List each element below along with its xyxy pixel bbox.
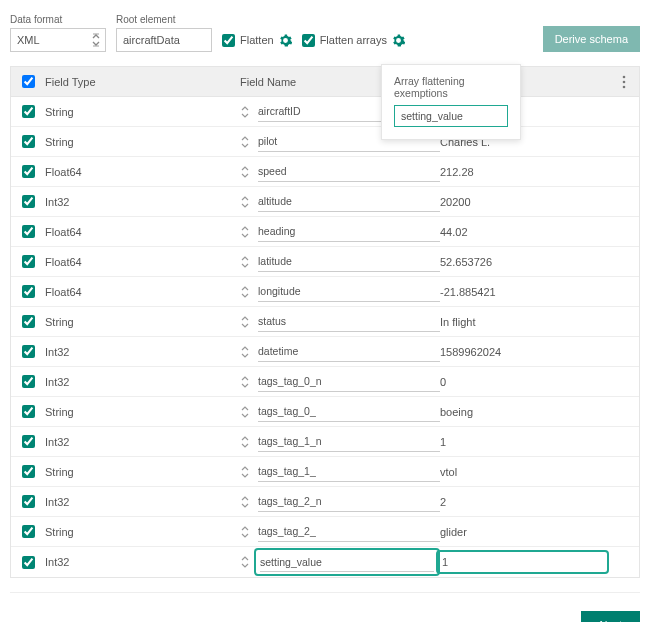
row-checkbox[interactable]: [22, 105, 35, 118]
row-sample: 2: [440, 496, 446, 508]
row-name[interactable]: tags_tag_2_: [258, 522, 440, 542]
data-format-label: Data format: [10, 14, 106, 25]
sort-icon[interactable]: [240, 375, 250, 389]
col-field-type: Field Type: [45, 76, 96, 88]
sort-icon[interactable]: [240, 105, 250, 119]
table-row: StringaircraftID: [11, 97, 639, 127]
row-checkbox[interactable]: [22, 405, 35, 418]
row-name[interactable]: latitude: [258, 252, 440, 272]
row-name[interactable]: tags_tag_2_n: [258, 492, 440, 512]
row-type: String: [45, 106, 74, 118]
next-button[interactable]: Next: [581, 611, 640, 622]
derive-schema-button[interactable]: Derive schema: [543, 26, 640, 52]
table-row: Float64longitude-21.885421: [11, 277, 639, 307]
flatten-arrays-label: Flatten arrays: [320, 34, 387, 46]
row-type: String: [45, 406, 74, 418]
data-format-select[interactable]: XML: [10, 28, 106, 52]
sort-icon[interactable]: [240, 405, 250, 419]
row-sample: 1: [442, 556, 448, 568]
row-checkbox[interactable]: [22, 525, 35, 538]
row-checkbox[interactable]: [22, 225, 35, 238]
table-row: Int32datetime1589962024: [11, 337, 639, 367]
table-row: StringpilotCharles L.: [11, 127, 639, 157]
sort-icon[interactable]: [240, 315, 250, 329]
schema-table: Field Type Field Name StringaircraftIDSt…: [10, 66, 640, 578]
sort-icon[interactable]: [240, 465, 250, 479]
sort-icon[interactable]: [240, 225, 250, 239]
svg-point-2: [623, 85, 626, 88]
table-row: Int32setting_value1: [11, 547, 639, 577]
row-sample: In flight: [440, 316, 475, 328]
flatten-arrays-checkbox-wrap[interactable]: Flatten arrays: [302, 28, 405, 52]
row-name[interactable]: longitude: [258, 282, 440, 302]
row-sample: vtol: [440, 466, 457, 478]
row-checkbox[interactable]: [22, 165, 35, 178]
row-checkbox[interactable]: [22, 135, 35, 148]
row-name[interactable]: datetime: [258, 342, 440, 362]
row-checkbox[interactable]: [22, 255, 35, 268]
row-checkbox[interactable]: [22, 465, 35, 478]
root-element-label: Root element: [116, 14, 212, 25]
table-row: Int32tags_tag_1_n1: [11, 427, 639, 457]
flatten-checkbox-wrap[interactable]: Flatten: [222, 28, 292, 52]
row-checkbox[interactable]: [22, 556, 35, 569]
gear-icon[interactable]: [392, 34, 405, 47]
row-name[interactable]: altitude: [258, 192, 440, 212]
sort-icon[interactable]: [240, 165, 250, 179]
sort-icon[interactable]: [240, 285, 250, 299]
popover-input-value: setting_value: [401, 110, 463, 122]
row-name[interactable]: tags_tag_1_: [258, 462, 440, 482]
table-row: Float64speed212.28: [11, 157, 639, 187]
row-sample: 52.653726: [440, 256, 492, 268]
row-checkbox[interactable]: [22, 375, 35, 388]
row-checkbox[interactable]: [22, 285, 35, 298]
row-name[interactable]: heading: [258, 222, 440, 242]
popover-input[interactable]: setting_value: [394, 105, 508, 127]
row-type: String: [45, 136, 74, 148]
table-row: Int32tags_tag_0_n0: [11, 367, 639, 397]
gear-icon[interactable]: [279, 34, 292, 47]
table-row: Stringtags_tag_1_vtol: [11, 457, 639, 487]
sort-icon[interactable]: [240, 525, 250, 539]
row-sample: 1589962024: [440, 346, 501, 358]
row-type: String: [45, 466, 74, 478]
sort-icon[interactable]: [240, 195, 250, 209]
sort-icon[interactable]: [240, 495, 250, 509]
row-sample: boeing: [440, 406, 473, 418]
sort-icon[interactable]: [240, 345, 250, 359]
row-name[interactable]: tags_tag_0_n: [258, 372, 440, 392]
flatten-arrays-checkbox[interactable]: [302, 34, 315, 47]
row-name[interactable]: tags_tag_1_n: [258, 432, 440, 452]
row-name[interactable]: tags_tag_0_: [258, 402, 440, 422]
row-name[interactable]: setting_value: [260, 552, 434, 572]
row-checkbox[interactable]: [22, 345, 35, 358]
row-type: Float64: [45, 226, 82, 238]
row-name[interactable]: speed: [258, 162, 440, 182]
row-sample: 1: [440, 436, 446, 448]
svg-point-0: [623, 75, 626, 78]
config-bar: Data format XML Root element aircraftDat…: [10, 14, 640, 52]
table-row: Stringtags_tag_2_glider: [11, 517, 639, 547]
row-type: Int32: [45, 436, 69, 448]
row-type: Float64: [45, 166, 82, 178]
select-all-checkbox[interactable]: [22, 75, 35, 88]
row-checkbox[interactable]: [22, 495, 35, 508]
row-type: String: [45, 316, 74, 328]
sort-icon[interactable]: [240, 435, 250, 449]
svg-point-1: [623, 80, 626, 83]
table-row: Int32altitude20200: [11, 187, 639, 217]
sort-icon[interactable]: [240, 555, 250, 569]
flatten-checkbox[interactable]: [222, 34, 235, 47]
sort-icon[interactable]: [240, 255, 250, 269]
row-type: Int32: [45, 496, 69, 508]
more-menu[interactable]: [609, 75, 639, 89]
row-sample: glider: [440, 526, 467, 538]
table-row: Float64heading44.02: [11, 217, 639, 247]
row-checkbox[interactable]: [22, 195, 35, 208]
row-name[interactable]: status: [258, 312, 440, 332]
row-checkbox[interactable]: [22, 435, 35, 448]
root-element-value: aircraftData: [123, 34, 180, 46]
sort-icon[interactable]: [240, 135, 250, 149]
root-element-input[interactable]: aircraftData: [116, 28, 212, 52]
row-checkbox[interactable]: [22, 315, 35, 328]
